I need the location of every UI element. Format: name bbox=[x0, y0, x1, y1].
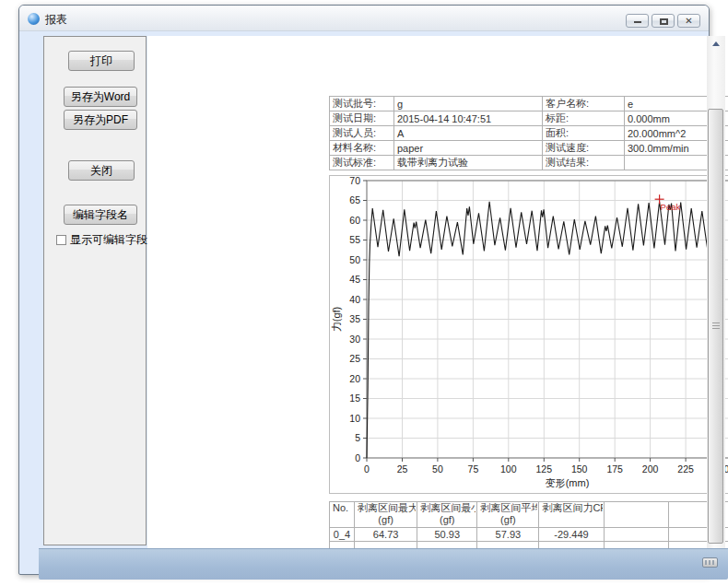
info-label: 测试标准: bbox=[330, 156, 394, 170]
svg-text:变形(mm): 变形(mm) bbox=[546, 477, 590, 488]
results-cell: -29.449 bbox=[539, 528, 604, 542]
svg-text:100: 100 bbox=[500, 463, 517, 475]
save-as-pdf-button[interactable]: 另存为PDF bbox=[64, 110, 137, 130]
results-cell: 57.93 bbox=[477, 528, 539, 542]
info-table-body: 测试批号:g客户名称:e测试日期:2015-04-14 10:47:51标距:0… bbox=[330, 97, 728, 170]
title-bar[interactable]: 报表 bbox=[19, 6, 709, 31]
scrollbar-thumb[interactable] bbox=[708, 109, 723, 544]
svg-text:175: 175 bbox=[606, 463, 623, 475]
svg-text:25: 25 bbox=[397, 463, 408, 475]
info-table: 测试批号:g客户名称:e测试日期:2015-04-14 10:47:51标距:0… bbox=[329, 96, 728, 170]
sidebar: 打印 另存为Word 另存为PDF 关闭 编辑字段名 显示可编辑字段名 bbox=[43, 36, 147, 545]
scroll-up-button[interactable] bbox=[707, 36, 725, 52]
svg-text:5: 5 bbox=[355, 432, 360, 443]
results-cell: 0_4 bbox=[330, 528, 355, 542]
results-header-cell bbox=[604, 502, 668, 528]
info-label: 测试批号: bbox=[330, 97, 394, 111]
minimize-button[interactable] bbox=[626, 14, 649, 28]
info-label: 测试速度: bbox=[543, 141, 625, 156]
svg-text:150: 150 bbox=[571, 463, 588, 475]
results-cell: 64.73 bbox=[355, 528, 417, 542]
maximize-button[interactable] bbox=[652, 14, 675, 28]
app-icon bbox=[28, 13, 40, 25]
chart-canvas: 0255075100125150175200225250275051015202… bbox=[330, 176, 728, 493]
save-as-word-button[interactable]: 另存为Word bbox=[64, 87, 137, 107]
status-bar bbox=[39, 548, 728, 580]
window-title: 报表 bbox=[45, 12, 67, 28]
close-window-button[interactable] bbox=[677, 14, 700, 28]
info-label: 测试结果: bbox=[543, 156, 625, 170]
show-editable-fields-row: 显示可编辑字段名 bbox=[56, 232, 159, 248]
info-value: 载带剥离力试验 bbox=[394, 156, 543, 170]
info-label: 客户名称: bbox=[543, 97, 625, 111]
svg-text:Peak: Peak bbox=[661, 202, 681, 212]
info-label: 测试日期: bbox=[330, 111, 394, 126]
print-button[interactable]: 打印 bbox=[68, 51, 135, 71]
svg-text:0: 0 bbox=[364, 463, 370, 475]
svg-text:0: 0 bbox=[355, 452, 360, 463]
minimize-icon bbox=[634, 21, 641, 23]
force-displacement-chart: 0255075100125150175200225250275051015202… bbox=[329, 175, 728, 494]
svg-text:40: 40 bbox=[349, 294, 360, 305]
report-window: 报表 打印 另存为Word 另存为PDF 关闭 编辑字段名 显示可编辑字段名 测… bbox=[18, 5, 710, 575]
svg-text:75: 75 bbox=[468, 463, 479, 475]
info-label: 测试人员: bbox=[330, 126, 394, 141]
info-value: A bbox=[394, 126, 543, 141]
svg-text:225: 225 bbox=[677, 463, 694, 475]
info-label: 材料名称: bbox=[330, 141, 394, 156]
svg-text:25: 25 bbox=[349, 353, 360, 364]
svg-text:65: 65 bbox=[349, 194, 360, 205]
svg-text:20: 20 bbox=[349, 373, 360, 384]
caption-buttons bbox=[626, 14, 700, 28]
close-button[interactable]: 关闭 bbox=[68, 160, 135, 181]
results-header-cell: 剥离区间力CPK bbox=[539, 502, 604, 528]
show-editable-fields-label: 显示可编辑字段名 bbox=[70, 232, 159, 248]
svg-text:70: 70 bbox=[349, 176, 360, 186]
info-value: 2015-04-14 10:47:51 bbox=[394, 111, 543, 126]
report-page: 测试批号:g客户名称:e测试日期:2015-04-14 10:47:51标距:0… bbox=[147, 36, 707, 548]
edit-field-names-button[interactable]: 编辑字段名 bbox=[64, 205, 137, 225]
svg-text:10: 10 bbox=[349, 413, 360, 424]
results-header-cell: No. bbox=[330, 502, 355, 528]
results-header-cell: 剥离区间最小力(gf) bbox=[417, 502, 477, 528]
maximize-icon bbox=[660, 18, 668, 25]
info-value: g bbox=[394, 97, 543, 111]
svg-text:50: 50 bbox=[432, 463, 443, 475]
status-grip-icon[interactable] bbox=[702, 557, 718, 568]
results-cell bbox=[604, 528, 668, 542]
svg-text:15: 15 bbox=[349, 393, 360, 404]
results-cell: 50.93 bbox=[417, 528, 477, 542]
vertical-scrollbar[interactable] bbox=[707, 36, 725, 548]
svg-text:60: 60 bbox=[349, 215, 360, 226]
svg-text:45: 45 bbox=[349, 274, 360, 285]
show-editable-fields-checkbox[interactable] bbox=[56, 235, 66, 245]
svg-text:50: 50 bbox=[349, 254, 360, 265]
svg-text:35: 35 bbox=[349, 313, 360, 324]
svg-text:力(gf): 力(gf) bbox=[331, 307, 342, 333]
scrollbar-grip-icon bbox=[712, 322, 720, 330]
results-header-cell: 剥离区间平均力(gf) bbox=[477, 502, 539, 528]
info-label: 标距: bbox=[543, 111, 625, 126]
screen: 报表 打印 另存为Word 另存为PDF 关闭 编辑字段名 显示可编辑字段名 测… bbox=[0, 0, 728, 586]
info-value: paper bbox=[394, 141, 543, 156]
info-label: 面积: bbox=[543, 126, 625, 141]
results-header-cell: 剥离区间最大力(gf) bbox=[355, 502, 417, 528]
svg-text:200: 200 bbox=[642, 463, 659, 475]
svg-text:55: 55 bbox=[349, 234, 360, 245]
svg-text:30: 30 bbox=[349, 334, 360, 345]
svg-text:125: 125 bbox=[536, 463, 553, 475]
